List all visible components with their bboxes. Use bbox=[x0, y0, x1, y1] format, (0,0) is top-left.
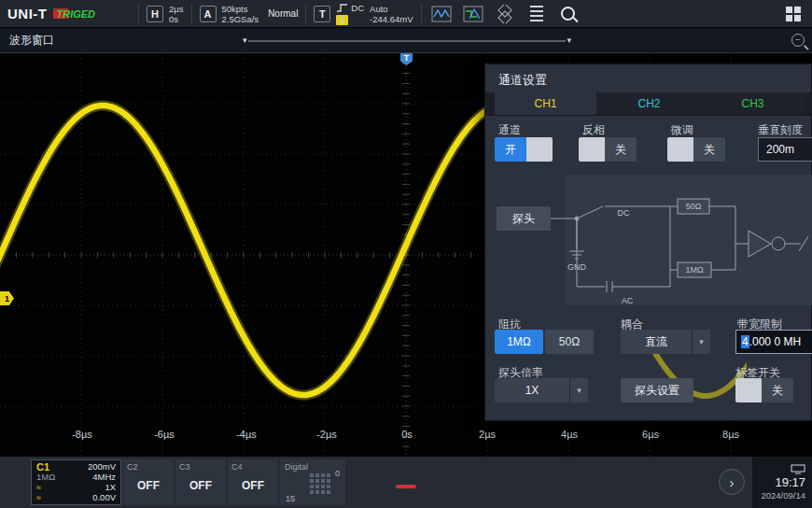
ch2-state: OFF bbox=[123, 466, 174, 505]
axis-tick: 6µs bbox=[642, 429, 659, 440]
axis-tick: 4µs bbox=[561, 429, 578, 440]
digital-channel-grid-icon bbox=[310, 473, 330, 494]
menu-list-icon[interactable] bbox=[525, 4, 549, 24]
digital-min: 15 bbox=[286, 494, 295, 503]
slider-right-handle[interactable]: ▾ bbox=[567, 36, 571, 45]
trigger-status: TRIGED bbox=[57, 8, 96, 20]
acquire-values: 50kpts 2.5GSa/s bbox=[222, 4, 259, 24]
label-switch-toggle[interactable]: 关 bbox=[735, 378, 793, 402]
channel-settings-panel: 通道设置 CH1 CH2 CH3 通道 反相 微调 垂直刻度 开 关 关 200… bbox=[484, 64, 812, 421]
bandwidth-input[interactable]: 4 .000 0 MH bbox=[735, 330, 812, 354]
waveform-window-bar: 波形窗口 ▾ ▾ − bbox=[0, 28, 812, 53]
axis-tick: 8µs bbox=[722, 429, 739, 440]
tab-ch1[interactable]: CH1 bbox=[495, 92, 596, 115]
toggle-off-label: 关 bbox=[762, 378, 793, 402]
channel-on-toggle[interactable]: 开 bbox=[495, 137, 553, 162]
coupling-value: 直流 bbox=[621, 330, 692, 354]
toggle-on-label: 开 bbox=[495, 137, 526, 162]
search-icon[interactable] bbox=[556, 4, 581, 24]
vertical-scale-value[interactable]: 200m bbox=[758, 137, 812, 162]
impedance-1mohm-button[interactable]: 1MΩ bbox=[495, 330, 543, 354]
toggle-knob bbox=[735, 378, 762, 402]
trigger-values: Auto -244.64mV bbox=[370, 4, 413, 24]
invert-label: 反相 bbox=[582, 122, 605, 138]
ch1-frequency: 4MHz bbox=[92, 473, 116, 482]
acquire-settings[interactable]: A 50kpts 2.5GSa/s Normal bbox=[192, 0, 306, 27]
coupling-dropdown[interactable]: 直流 ▾ bbox=[621, 330, 710, 354]
ch3-state: OFF bbox=[175, 466, 226, 505]
trigger-slope: DC bbox=[336, 3, 364, 13]
axis-tick: -2µs bbox=[316, 429, 337, 440]
trigger-level: -244.64mV bbox=[370, 14, 413, 24]
probe-settings-button[interactable]: 探头设置 bbox=[621, 378, 693, 402]
channel2-status[interactable]: C2 OFF bbox=[123, 459, 174, 505]
digital-channels-status[interactable]: Digital 0 15 bbox=[280, 459, 345, 505]
timebase-offset: 0s bbox=[169, 14, 184, 24]
bandwidth-selected-digit: 4 bbox=[741, 335, 749, 348]
channel-label: 通道 bbox=[498, 122, 521, 138]
rising-edge-icon bbox=[336, 4, 348, 12]
timebase-scale: 2µs bbox=[169, 4, 184, 14]
trigger-mode: Auto bbox=[370, 4, 413, 14]
display-icon bbox=[791, 464, 805, 474]
bandwidth-rest: .000 0 MH bbox=[749, 335, 801, 348]
level-icon: ≈ bbox=[36, 493, 41, 502]
probe-button[interactable]: 探头 bbox=[497, 206, 551, 231]
axis-tick: -8µs bbox=[72, 429, 92, 440]
toggle-knob bbox=[579, 137, 605, 162]
sample-rate: 2.5GSa/s bbox=[222, 14, 259, 24]
horizontal-settings[interactable]: H 2µs 0s bbox=[139, 0, 191, 27]
zoom-out-icon[interactable]: − bbox=[791, 34, 805, 47]
record-progress-indicator bbox=[396, 485, 416, 488]
channel3-status[interactable]: C3 OFF bbox=[175, 459, 226, 505]
channel1-status[interactable]: C1 200mV 1MΩ 4MHz ≈ 1X ≈ 0.00V bbox=[31, 459, 121, 505]
brand-area: UNI-T TRIGED bbox=[0, 0, 138, 27]
clock-block: 19:17 2024/09/14 bbox=[752, 457, 812, 508]
digital-max: 0 bbox=[335, 469, 340, 478]
tab-ch2[interactable]: CH2 bbox=[598, 92, 700, 115]
chevron-down-icon: ▾ bbox=[569, 378, 588, 402]
oscilloscope-screen: UNI-T TRIGED H 2µs 0s A 50kpts 2.5GSa/s … bbox=[0, 0, 812, 508]
trigger-coupling: DC bbox=[351, 3, 364, 13]
trigger-settings[interactable]: T DC 1 Auto -244.64mV bbox=[306, 0, 420, 27]
fine-adjust-label: 微调 bbox=[671, 122, 693, 138]
slider-left-handle[interactable]: ▾ bbox=[243, 36, 247, 45]
system-date: 2024/09/14 bbox=[761, 490, 805, 501]
ch1-probe-ratio: 1X bbox=[105, 483, 116, 492]
trigger-source-badge: 1 bbox=[336, 15, 348, 25]
dual-waveform-icon[interactable] bbox=[461, 4, 485, 24]
axis-tick: -4µs bbox=[236, 429, 257, 440]
channel4-status[interactable]: C4 OFF bbox=[228, 459, 278, 505]
xy-mode-icon[interactable] bbox=[493, 4, 517, 24]
ch1-offset: 0.00V bbox=[92, 493, 116, 502]
window-layout-icon[interactable] bbox=[786, 7, 801, 21]
horizontal-position-slider[interactable]: ▾ ▾ bbox=[243, 28, 571, 53]
panel-title: 通道设置 bbox=[498, 72, 547, 89]
waveform-view-icon[interactable] bbox=[429, 4, 454, 24]
ch1-impedance: 1MΩ bbox=[36, 473, 55, 482]
slider-track[interactable] bbox=[248, 40, 567, 42]
toolbar-icons bbox=[422, 4, 588, 24]
toggle-off-label: 关 bbox=[693, 137, 725, 162]
impedance-50ohm-button[interactable]: 50Ω bbox=[545, 330, 594, 354]
input-circuit-diagram bbox=[566, 175, 812, 305]
tab-ch3[interactable]: CH3 bbox=[702, 92, 804, 115]
top-bar: UNI-T TRIGED H 2µs 0s A 50kpts 2.5GSa/s … bbox=[0, 0, 812, 28]
probe-ratio-dropdown[interactable]: 1X ▾ bbox=[495, 378, 588, 402]
ch4-state: OFF bbox=[228, 466, 278, 505]
chevron-down-icon: ▾ bbox=[692, 330, 710, 354]
expand-menu-button[interactable]: › bbox=[719, 469, 745, 495]
memory-depth: 50kpts bbox=[222, 4, 259, 14]
horizontal-values: 2µs 0s bbox=[169, 4, 184, 24]
trigger-slope-col: DC 1 bbox=[336, 3, 364, 25]
toggle-knob bbox=[526, 137, 553, 162]
coupling-icon: ≈ bbox=[36, 483, 41, 492]
probe-ratio-value: 1X bbox=[495, 378, 569, 402]
fine-adjust-toggle[interactable]: 关 bbox=[667, 137, 725, 162]
trigger-badge: T bbox=[314, 6, 330, 22]
horizontal-badge: H bbox=[147, 6, 163, 22]
vertical-scale-label: 垂直刻度 bbox=[758, 122, 803, 138]
waveform-window-title: 波形窗口 bbox=[0, 33, 54, 49]
invert-toggle[interactable]: 关 bbox=[579, 137, 637, 162]
acquire-mode: Normal bbox=[268, 8, 298, 19]
